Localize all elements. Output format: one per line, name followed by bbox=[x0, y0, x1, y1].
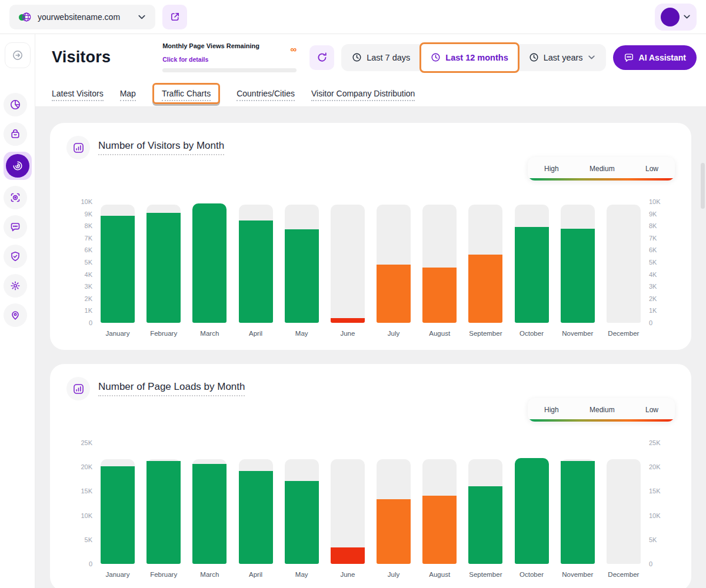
range-button-last-7-days[interactable]: Last 7 days bbox=[342, 44, 419, 71]
chart-legend: HighMediumLow bbox=[528, 157, 675, 181]
sidebar-item-location[interactable] bbox=[4, 303, 27, 327]
range-button-last-years[interactable]: Last years bbox=[519, 44, 605, 71]
globe-icon bbox=[21, 12, 32, 22]
sidebar bbox=[0, 34, 35, 588]
x-axis-label-february: February bbox=[150, 571, 177, 578]
chart-header: Number of Visitors by Month bbox=[66, 136, 675, 159]
quota-details-link[interactable]: Click for details bbox=[162, 56, 208, 63]
sidebar-item-ecommerce[interactable] bbox=[4, 122, 27, 146]
chart-legend: HighMediumLow bbox=[528, 398, 675, 422]
bar-august[interactable] bbox=[422, 202, 457, 323]
bar-july[interactable] bbox=[377, 443, 411, 564]
bar-december[interactable] bbox=[607, 202, 641, 323]
bar-march[interactable] bbox=[192, 443, 227, 564]
x-axis-label-december: December bbox=[608, 330, 639, 337]
sidebar-item-session-recordings[interactable] bbox=[4, 186, 27, 209]
ai-assistant-button[interactable]: AI Assistant bbox=[613, 45, 697, 70]
avatar bbox=[661, 8, 680, 26]
bar-track bbox=[607, 205, 641, 323]
bar-june[interactable] bbox=[331, 202, 365, 323]
range-label: Last 12 months bbox=[445, 53, 508, 62]
open-website-button[interactable] bbox=[162, 5, 187, 29]
bar-fill-medium bbox=[468, 255, 502, 323]
chat-bubble-icon bbox=[624, 52, 634, 63]
clock-icon bbox=[352, 52, 362, 62]
bar-april[interactable] bbox=[239, 202, 273, 323]
bar-may[interactable] bbox=[285, 443, 319, 564]
range-button-last-12-months[interactable]: Last 12 months bbox=[419, 42, 519, 73]
x-axis-label-april: April bbox=[249, 330, 262, 337]
bar-track bbox=[607, 459, 641, 564]
tab-visitor-company-distribution[interactable]: Visitor Company Distribution bbox=[311, 89, 415, 98]
bar-fill-medium bbox=[422, 268, 457, 323]
bar-december[interactable] bbox=[607, 443, 641, 564]
bar-january[interactable] bbox=[101, 443, 135, 564]
bar-may[interactable] bbox=[285, 202, 319, 323]
website-status-icon bbox=[19, 11, 32, 23]
bar-fill-high bbox=[515, 458, 549, 564]
bar-november[interactable] bbox=[561, 202, 595, 323]
x-axis-label-october: October bbox=[519, 330, 544, 337]
y-axis-tick-right: 7K bbox=[649, 234, 657, 242]
y-axis-tick-left: 5K bbox=[85, 258, 92, 266]
tab-countries-cities[interactable]: Countries/Cities bbox=[237, 89, 295, 98]
bar-january[interactable] bbox=[101, 202, 135, 323]
bar-march[interactable] bbox=[192, 202, 227, 323]
y-axis-tick-left: 4K bbox=[85, 270, 92, 279]
x-axis-label-august: August bbox=[429, 330, 450, 337]
user-menu[interactable] bbox=[655, 4, 697, 31]
collapse-sidebar-button[interactable] bbox=[5, 42, 31, 68]
y-axis-tick-right: 10K bbox=[649, 512, 661, 520]
bar-april[interactable] bbox=[239, 443, 273, 564]
range-label: Last 7 days bbox=[367, 53, 410, 62]
bar-track bbox=[331, 205, 365, 323]
bar-august[interactable] bbox=[422, 443, 457, 564]
y-axis-tick-right: 10K bbox=[649, 198, 661, 206]
bar-september[interactable] bbox=[468, 443, 502, 564]
bar-october[interactable] bbox=[515, 202, 549, 323]
sidebar-item-dashboard[interactable] bbox=[4, 93, 27, 116]
y-axis-tick-left: 6K bbox=[85, 246, 92, 254]
bar-october[interactable] bbox=[515, 443, 549, 564]
bar-fill-high bbox=[285, 229, 319, 323]
x-axis-label-november: November bbox=[562, 571, 593, 578]
sidebar-item-settings[interactable] bbox=[4, 274, 27, 298]
tab-map[interactable]: Map bbox=[120, 89, 136, 98]
tab-traffic-charts[interactable]: Traffic Charts bbox=[152, 83, 220, 104]
scrollbar-thumb[interactable] bbox=[701, 163, 705, 209]
website-selector[interactable]: yourwebsitename.com bbox=[9, 5, 155, 29]
bar-september[interactable] bbox=[468, 202, 502, 323]
sidebar-item-web-analytics[interactable] bbox=[6, 154, 29, 178]
sidebar-item-privacy[interactable] bbox=[4, 245, 27, 268]
bar-fill-high bbox=[101, 466, 135, 564]
arrow-right-circle-icon bbox=[12, 49, 24, 61]
page-header: Visitors Monthly Page Views Remaining ∞ … bbox=[35, 34, 706, 107]
y-axis-tick-left: 0 bbox=[89, 560, 92, 568]
y-axis-tick-right: 15K bbox=[649, 487, 661, 495]
x-axis-label-june: June bbox=[340, 571, 355, 578]
bar-june[interactable] bbox=[331, 443, 365, 564]
range-label: Last years bbox=[544, 53, 583, 62]
clock-icon bbox=[431, 52, 441, 62]
shopping-bag-icon bbox=[9, 128, 21, 140]
y-axis-tick-left: 10K bbox=[81, 198, 92, 206]
gear-icon bbox=[9, 280, 21, 292]
y-axis-tick-left: 15K bbox=[81, 487, 92, 495]
sidebar-item-feedback[interactable] bbox=[4, 215, 27, 239]
x-axis-label-august: August bbox=[429, 571, 450, 578]
chat-bubble-icon bbox=[9, 221, 21, 233]
y-axis-tick-left: 5K bbox=[85, 536, 92, 544]
sidebar-item-web-analytics-active[interactable] bbox=[4, 152, 32, 180]
bar-november[interactable] bbox=[561, 443, 595, 564]
bar-february[interactable] bbox=[146, 202, 181, 323]
x-axis-label-november: November bbox=[562, 330, 593, 337]
tab-latest-visitors[interactable]: Latest Visitors bbox=[52, 89, 104, 98]
bar-fill-high bbox=[146, 461, 181, 564]
refresh-button[interactable] bbox=[309, 45, 334, 70]
legend-label-medium: Medium bbox=[590, 406, 615, 414]
bar-february[interactable] bbox=[146, 443, 181, 564]
topbar: yourwebsitename.com bbox=[0, 0, 706, 34]
x-axis-label-september: September bbox=[469, 571, 502, 578]
clock-icon bbox=[529, 52, 539, 62]
bar-july[interactable] bbox=[377, 202, 411, 323]
